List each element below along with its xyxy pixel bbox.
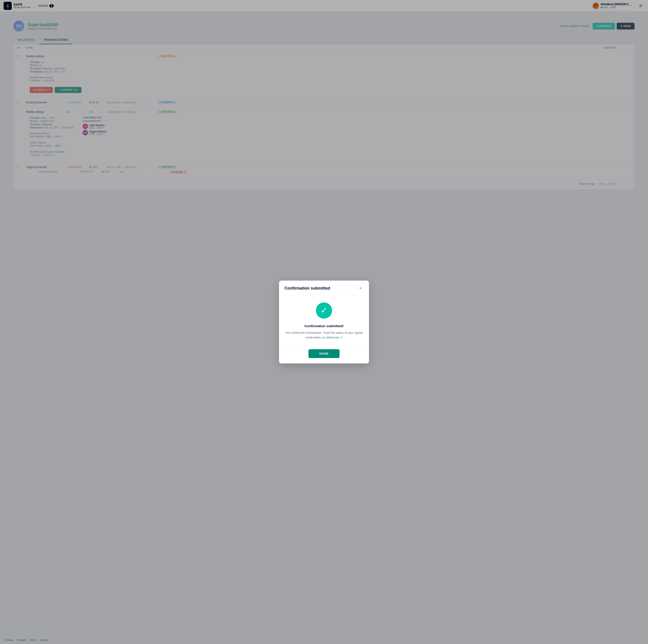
- modal-body: ✓ Confirmation submitted! You confirmed …: [279, 295, 369, 345]
- success-check-icon: ✓: [316, 302, 332, 318]
- close-icon: ×: [359, 286, 362, 291]
- modal-overlay[interactable]: Confirmation submitted × ✓ Confirmation …: [0, 0, 648, 644]
- modal-success-title: Confirmation submitted!: [284, 324, 364, 328]
- confirmation-modal: Confirmation submitted × ✓ Confirmation …: [279, 281, 369, 363]
- etherscan-link[interactable]: Etherscan ↗: [326, 336, 343, 339]
- modal-header: Confirmation submitted ×: [279, 281, 369, 295]
- modal-close-button[interactable]: ×: [357, 285, 364, 291]
- modal-description: You confirmed a transaction. Track the s…: [284, 331, 364, 340]
- modal-footer: DONE: [279, 345, 369, 363]
- modal-title: Confirmation submitted: [284, 286, 330, 291]
- done-button[interactable]: DONE: [309, 349, 339, 358]
